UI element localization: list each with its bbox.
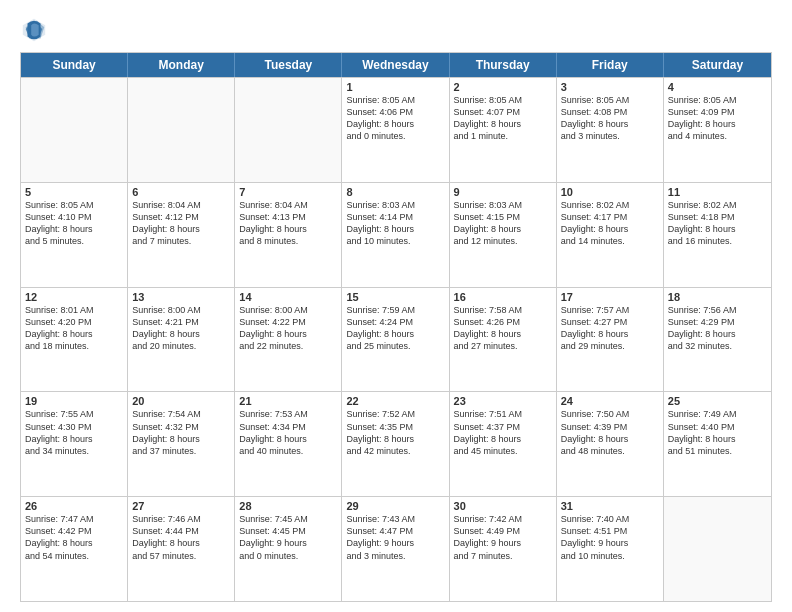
cell-details: Sunrise: 7:45 AM Sunset: 4:45 PM Dayligh… — [239, 513, 337, 562]
cell-details: Sunrise: 7:54 AM Sunset: 4:32 PM Dayligh… — [132, 408, 230, 457]
page: SundayMondayTuesdayWednesdayThursdayFrid… — [0, 0, 792, 612]
day-number: 24 — [561, 395, 659, 407]
day-number: 8 — [346, 186, 444, 198]
header-day-tuesday: Tuesday — [235, 53, 342, 77]
day-number: 1 — [346, 81, 444, 93]
cell-details: Sunrise: 7:51 AM Sunset: 4:37 PM Dayligh… — [454, 408, 552, 457]
cell-details: Sunrise: 8:02 AM Sunset: 4:17 PM Dayligh… — [561, 199, 659, 248]
calendar-cell: 15Sunrise: 7:59 AM Sunset: 4:24 PM Dayli… — [342, 288, 449, 392]
calendar-cell — [235, 78, 342, 182]
header-day-saturday: Saturday — [664, 53, 771, 77]
cell-details: Sunrise: 8:00 AM Sunset: 4:21 PM Dayligh… — [132, 304, 230, 353]
day-number: 26 — [25, 500, 123, 512]
day-number: 18 — [668, 291, 767, 303]
cell-details: Sunrise: 7:57 AM Sunset: 4:27 PM Dayligh… — [561, 304, 659, 353]
calendar-cell: 24Sunrise: 7:50 AM Sunset: 4:39 PM Dayli… — [557, 392, 664, 496]
calendar-cell: 22Sunrise: 7:52 AM Sunset: 4:35 PM Dayli… — [342, 392, 449, 496]
cell-details: Sunrise: 7:52 AM Sunset: 4:35 PM Dayligh… — [346, 408, 444, 457]
calendar-cell: 28Sunrise: 7:45 AM Sunset: 4:45 PM Dayli… — [235, 497, 342, 601]
day-number: 12 — [25, 291, 123, 303]
day-number: 2 — [454, 81, 552, 93]
cell-details: Sunrise: 8:05 AM Sunset: 4:06 PM Dayligh… — [346, 94, 444, 143]
calendar-cell: 25Sunrise: 7:49 AM Sunset: 4:40 PM Dayli… — [664, 392, 771, 496]
cell-details: Sunrise: 7:42 AM Sunset: 4:49 PM Dayligh… — [454, 513, 552, 562]
day-number: 10 — [561, 186, 659, 198]
cell-details: Sunrise: 7:56 AM Sunset: 4:29 PM Dayligh… — [668, 304, 767, 353]
cell-details: Sunrise: 8:05 AM Sunset: 4:07 PM Dayligh… — [454, 94, 552, 143]
day-number: 27 — [132, 500, 230, 512]
cell-details: Sunrise: 8:02 AM Sunset: 4:18 PM Dayligh… — [668, 199, 767, 248]
cell-details: Sunrise: 7:49 AM Sunset: 4:40 PM Dayligh… — [668, 408, 767, 457]
calendar-cell: 19Sunrise: 7:55 AM Sunset: 4:30 PM Dayli… — [21, 392, 128, 496]
day-number: 31 — [561, 500, 659, 512]
logo — [20, 16, 52, 44]
day-number: 21 — [239, 395, 337, 407]
cell-details: Sunrise: 7:53 AM Sunset: 4:34 PM Dayligh… — [239, 408, 337, 457]
calendar-cell: 2Sunrise: 8:05 AM Sunset: 4:07 PM Daylig… — [450, 78, 557, 182]
day-number: 13 — [132, 291, 230, 303]
calendar-cell: 4Sunrise: 8:05 AM Sunset: 4:09 PM Daylig… — [664, 78, 771, 182]
day-number: 30 — [454, 500, 552, 512]
day-number: 20 — [132, 395, 230, 407]
day-number: 25 — [668, 395, 767, 407]
calendar-cell — [128, 78, 235, 182]
header-day-friday: Friday — [557, 53, 664, 77]
calendar-cell: 7Sunrise: 8:04 AM Sunset: 4:13 PM Daylig… — [235, 183, 342, 287]
day-number: 5 — [25, 186, 123, 198]
header-day-sunday: Sunday — [21, 53, 128, 77]
calendar-row-4: 19Sunrise: 7:55 AM Sunset: 4:30 PM Dayli… — [21, 391, 771, 496]
cell-details: Sunrise: 8:05 AM Sunset: 4:10 PM Dayligh… — [25, 199, 123, 248]
calendar-row-1: 1Sunrise: 8:05 AM Sunset: 4:06 PM Daylig… — [21, 77, 771, 182]
day-number: 11 — [668, 186, 767, 198]
calendar-cell: 18Sunrise: 7:56 AM Sunset: 4:29 PM Dayli… — [664, 288, 771, 392]
day-number: 15 — [346, 291, 444, 303]
cell-details: Sunrise: 7:58 AM Sunset: 4:26 PM Dayligh… — [454, 304, 552, 353]
cell-details: Sunrise: 7:47 AM Sunset: 4:42 PM Dayligh… — [25, 513, 123, 562]
calendar-cell: 20Sunrise: 7:54 AM Sunset: 4:32 PM Dayli… — [128, 392, 235, 496]
calendar-cell: 30Sunrise: 7:42 AM Sunset: 4:49 PM Dayli… — [450, 497, 557, 601]
day-number: 29 — [346, 500, 444, 512]
cell-details: Sunrise: 8:05 AM Sunset: 4:08 PM Dayligh… — [561, 94, 659, 143]
calendar-cell: 9Sunrise: 8:03 AM Sunset: 4:15 PM Daylig… — [450, 183, 557, 287]
cell-details: Sunrise: 8:01 AM Sunset: 4:20 PM Dayligh… — [25, 304, 123, 353]
calendar-cell: 12Sunrise: 8:01 AM Sunset: 4:20 PM Dayli… — [21, 288, 128, 392]
cell-details: Sunrise: 7:59 AM Sunset: 4:24 PM Dayligh… — [346, 304, 444, 353]
calendar-cell: 8Sunrise: 8:03 AM Sunset: 4:14 PM Daylig… — [342, 183, 449, 287]
day-number: 14 — [239, 291, 337, 303]
calendar-cell: 11Sunrise: 8:02 AM Sunset: 4:18 PM Dayli… — [664, 183, 771, 287]
header-day-wednesday: Wednesday — [342, 53, 449, 77]
calendar-body: 1Sunrise: 8:05 AM Sunset: 4:06 PM Daylig… — [21, 77, 771, 601]
calendar-cell: 17Sunrise: 7:57 AM Sunset: 4:27 PM Dayli… — [557, 288, 664, 392]
header-day-monday: Monday — [128, 53, 235, 77]
calendar-cell: 16Sunrise: 7:58 AM Sunset: 4:26 PM Dayli… — [450, 288, 557, 392]
calendar-row-2: 5Sunrise: 8:05 AM Sunset: 4:10 PM Daylig… — [21, 182, 771, 287]
calendar-cell: 10Sunrise: 8:02 AM Sunset: 4:17 PM Dayli… — [557, 183, 664, 287]
calendar-header: SundayMondayTuesdayWednesdayThursdayFrid… — [21, 53, 771, 77]
cell-details: Sunrise: 7:55 AM Sunset: 4:30 PM Dayligh… — [25, 408, 123, 457]
logo-icon — [20, 16, 48, 44]
day-number: 9 — [454, 186, 552, 198]
calendar-row-3: 12Sunrise: 8:01 AM Sunset: 4:20 PM Dayli… — [21, 287, 771, 392]
calendar-cell: 5Sunrise: 8:05 AM Sunset: 4:10 PM Daylig… — [21, 183, 128, 287]
calendar-cell: 26Sunrise: 7:47 AM Sunset: 4:42 PM Dayli… — [21, 497, 128, 601]
day-number: 22 — [346, 395, 444, 407]
cell-details: Sunrise: 7:40 AM Sunset: 4:51 PM Dayligh… — [561, 513, 659, 562]
calendar-cell: 31Sunrise: 7:40 AM Sunset: 4:51 PM Dayli… — [557, 497, 664, 601]
calendar-cell: 1Sunrise: 8:05 AM Sunset: 4:06 PM Daylig… — [342, 78, 449, 182]
header-day-thursday: Thursday — [450, 53, 557, 77]
cell-details: Sunrise: 8:00 AM Sunset: 4:22 PM Dayligh… — [239, 304, 337, 353]
calendar-cell: 21Sunrise: 7:53 AM Sunset: 4:34 PM Dayli… — [235, 392, 342, 496]
cell-details: Sunrise: 8:05 AM Sunset: 4:09 PM Dayligh… — [668, 94, 767, 143]
cell-details: Sunrise: 8:04 AM Sunset: 4:12 PM Dayligh… — [132, 199, 230, 248]
day-number: 3 — [561, 81, 659, 93]
cell-details: Sunrise: 7:50 AM Sunset: 4:39 PM Dayligh… — [561, 408, 659, 457]
calendar-row-5: 26Sunrise: 7:47 AM Sunset: 4:42 PM Dayli… — [21, 496, 771, 601]
calendar-cell — [21, 78, 128, 182]
calendar-cell: 13Sunrise: 8:00 AM Sunset: 4:21 PM Dayli… — [128, 288, 235, 392]
cell-details: Sunrise: 8:04 AM Sunset: 4:13 PM Dayligh… — [239, 199, 337, 248]
day-number: 16 — [454, 291, 552, 303]
day-number: 17 — [561, 291, 659, 303]
cell-details: Sunrise: 8:03 AM Sunset: 4:14 PM Dayligh… — [346, 199, 444, 248]
header — [20, 16, 772, 44]
day-number: 4 — [668, 81, 767, 93]
